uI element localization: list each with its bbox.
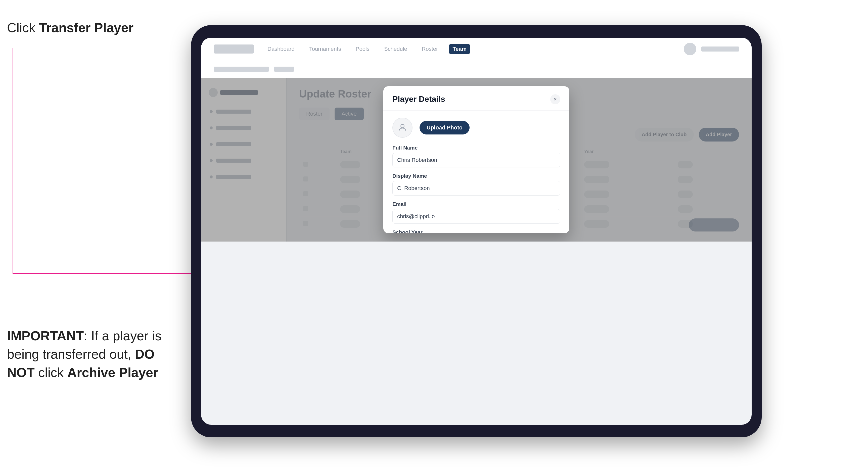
- modal-body: Upload Photo Full Name Display Name: [383, 111, 569, 234]
- modal-overlay: Player Details ×: [201, 78, 752, 242]
- nav-item-tournaments[interactable]: Tournaments: [306, 44, 345, 54]
- app-header: Dashboard Tournaments Pools Schedule Ros…: [201, 38, 752, 60]
- app-logo: [214, 44, 254, 54]
- display-name-field: Display Name: [393, 173, 560, 195]
- nav-item-schedule[interactable]: Schedule: [380, 44, 411, 54]
- svg-point-0: [401, 124, 404, 127]
- tablet-device: Dashboard Tournaments Pools Schedule Ros…: [191, 25, 762, 437]
- header-avatar: [684, 43, 696, 55]
- player-details-modal: Player Details ×: [383, 86, 569, 234]
- nav-item-pools[interactable]: Pools: [352, 44, 373, 54]
- header-right: [684, 43, 739, 55]
- close-icon: ×: [554, 96, 557, 102]
- email-label: Email: [393, 201, 560, 207]
- display-name-input[interactable]: [393, 181, 560, 195]
- instruction-top: Click Transfer Player: [7, 20, 133, 35]
- important-label: IMPORTANT: [7, 329, 84, 343]
- school-year-field: School Year First Year Second Year Third…: [393, 229, 560, 234]
- instruction-bottom: IMPORTANT: If a player is being transfer…: [7, 327, 183, 381]
- full-name-field: Full Name: [393, 145, 560, 167]
- instruction-prefix: Click: [7, 20, 39, 35]
- modal-title: Player Details: [393, 94, 445, 104]
- nav-items: Dashboard Tournaments Pools Schedule Ros…: [264, 44, 674, 54]
- modal-header: Player Details ×: [383, 86, 569, 111]
- nav-item-dashboard[interactable]: Dashboard: [264, 44, 298, 54]
- display-name-label: Display Name: [393, 173, 560, 179]
- email-field: Email: [393, 201, 560, 224]
- full-name-input[interactable]: [393, 153, 560, 167]
- school-year-label: School Year: [393, 229, 560, 234]
- nav-item-team[interactable]: Team: [449, 44, 470, 54]
- avatar-placeholder: [393, 118, 412, 138]
- arrow-vertical: [12, 48, 13, 274]
- content-area: Update Roster Roster Active Add Player t…: [201, 78, 752, 242]
- sub-header-text: [214, 67, 269, 72]
- upload-photo-button[interactable]: Upload Photo: [420, 121, 470, 134]
- full-name-label: Full Name: [393, 145, 560, 151]
- nav-item-roster[interactable]: Roster: [418, 44, 442, 54]
- sub-header-text2: [274, 67, 294, 72]
- photo-upload-row: Upload Photo: [393, 118, 560, 138]
- tablet-screen: Dashboard Tournaments Pools Schedule Ros…: [201, 38, 752, 425]
- email-input[interactable]: [393, 209, 560, 224]
- archive-warning-label: Archive Player: [67, 365, 158, 380]
- sub-header: [201, 60, 752, 78]
- header-user-text: [701, 46, 739, 52]
- instruction-bold: Transfer Player: [39, 20, 133, 35]
- modal-close-button[interactable]: ×: [550, 94, 560, 104]
